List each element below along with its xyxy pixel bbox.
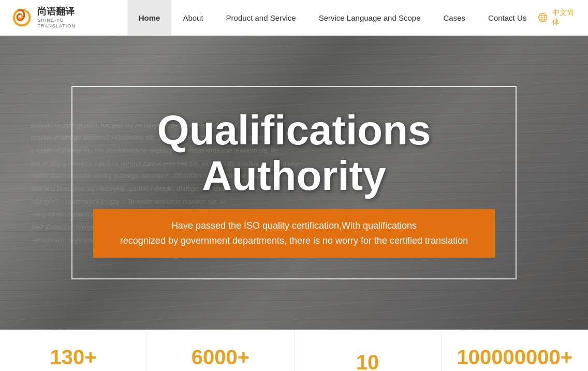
logo-icon [10, 5, 33, 31]
nav-home[interactable]: Home [127, 0, 172, 36]
nav-product[interactable]: Product and Service [215, 0, 307, 36]
globe-icon [538, 12, 548, 23]
stat-words: 100000000+ Experience accumulation of mo… [442, 330, 588, 371]
stat-languages: 130+ Covering more than 130 languages ar… [0, 330, 147, 371]
nav-contact[interactable]: Contact Us [477, 0, 538, 36]
nav-service[interactable]: Service Language and Scope [307, 0, 432, 36]
nav-links: Home About Product and Service Service L… [127, 0, 538, 36]
hero-box: Qualifications Authority Have passed the… [71, 86, 517, 279]
nav-about[interactable]: About [171, 0, 214, 36]
hero-content: Qualifications Authority Have passed the… [0, 36, 588, 330]
hero-section: brzydki niczym grzech, tor, jest się że … [0, 36, 588, 330]
logo[interactable]: 尚语翻译 SHINE-YU TRANSLATION [10, 5, 96, 31]
stat-fields: 10 Professional translation in ten field… [295, 330, 442, 371]
logo-text: 尚语翻译 SHINE-YU TRANSLATION [37, 6, 96, 28]
stats-section: 130+ Covering more than 130 languages ar… [0, 330, 588, 371]
navbar: 尚语翻译 SHINE-YU TRANSLATION Home About Pro… [0, 0, 588, 36]
nav-cases[interactable]: Cases [432, 0, 477, 36]
hero-subtitle: Have passed the ISO quality certificatio… [114, 218, 474, 248]
hero-title: Qualifications Authority [104, 108, 484, 199]
lang-switch[interactable]: 中文简体 [538, 8, 578, 27]
stat-translators: 6000+ More than 6,000 commonly used prof… [147, 330, 294, 371]
hero-subtitle-box: Have passed the ISO quality certificatio… [93, 209, 495, 258]
